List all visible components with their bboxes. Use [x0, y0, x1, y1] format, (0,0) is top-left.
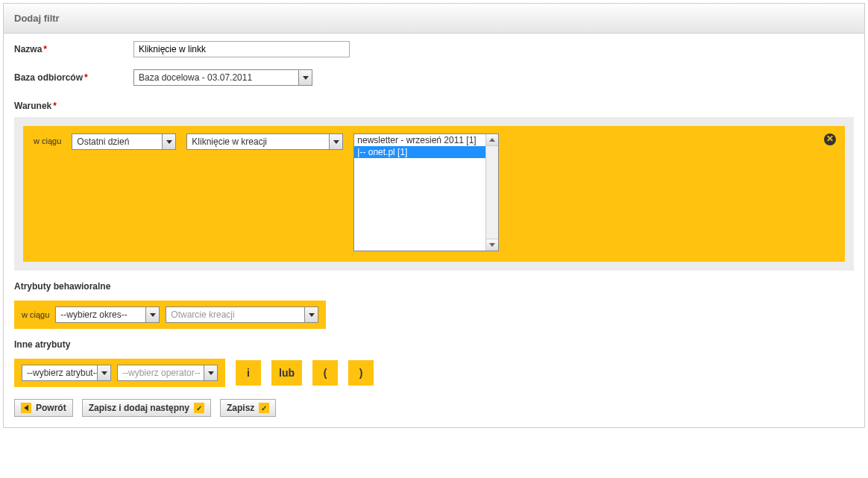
list-item[interactable]: newsletter - wrzesień 2011 [1]: [354, 134, 485, 146]
chevron-down-icon: [97, 365, 110, 380]
base-select-value: Baza docelowa - 03.07.2011: [134, 70, 298, 85]
label-name-text: Nazwa: [14, 44, 42, 54]
chevron-down-icon: [162, 134, 175, 149]
chevron-down-icon: [329, 134, 342, 149]
label-condition-text: Warunek: [14, 101, 51, 111]
scroll-down-icon[interactable]: [486, 239, 498, 251]
base-select[interactable]: Baza docelowa - 03.07.2011: [133, 69, 312, 86]
operator-select[interactable]: --wybierz operator--: [117, 365, 218, 381]
in-range-label: w ciągu: [34, 133, 61, 145]
listbox-items: newsletter - wrzesień 2011 [1] |-- onet.…: [354, 134, 485, 251]
panel-title: Dodaj filtr: [4, 4, 864, 34]
list-item[interactable]: |-- onet.pl [1]: [354, 146, 485, 158]
required-mark: *: [53, 101, 57, 111]
required-mark: *: [43, 44, 47, 54]
attribute-select[interactable]: --wybierz atrybut--: [22, 365, 111, 381]
behavioral-period-value: --wybierz okres--: [56, 307, 145, 322]
panel-body: Nazwa* Baza odbiorców* Baza docelowa - 0…: [4, 34, 864, 427]
behavioral-period-select[interactable]: --wybierz okres--: [55, 306, 160, 323]
chevron-down-icon: [298, 70, 312, 85]
condition-container: w ciągu Ostatni dzień Kliknięcie w kreac…: [14, 117, 854, 271]
row-name: Nazwa*: [4, 34, 864, 62]
in-range-label: w ciągu: [22, 310, 49, 319]
attribute-select-value: --wybierz atrybut--: [22, 365, 97, 380]
label-other: Inne atrybuty: [4, 329, 864, 354]
label-name: Nazwa*: [14, 44, 133, 54]
behavioral-block: w ciągu --wybierz okres-- Otwarcie kreac…: [14, 301, 326, 329]
chevron-down-icon: [145, 307, 159, 322]
other-selects: --wybierz atrybut-- --wybierz operator--: [14, 359, 225, 387]
save-label: Zapisz: [227, 403, 254, 413]
filter-panel: Dodaj filtr Nazwa* Baza odbiorców* Baza …: [3, 3, 865, 428]
or-button[interactable]: lub: [271, 360, 302, 386]
and-button[interactable]: i: [236, 360, 261, 386]
period-select-value: Ostatni dzień: [72, 134, 162, 149]
label-behavioral: Atrybuty behawioralne: [4, 271, 864, 296]
creation-listbox[interactable]: newsletter - wrzesień 2011 [1] |-- onet.…: [353, 133, 499, 251]
paren-open-button[interactable]: (: [312, 360, 338, 386]
scroll-up-icon[interactable]: [486, 134, 498, 146]
chevron-down-icon: [304, 307, 318, 322]
required-mark: *: [84, 72, 88, 83]
footer-actions: Powrót Zapisz i dodaj następny ✓ Zapisz …: [4, 387, 864, 417]
chevron-down-icon: [204, 365, 217, 380]
label-base: Baza odbiorców*: [14, 72, 133, 83]
save-button[interactable]: Zapisz ✓: [220, 399, 276, 417]
label-condition: Warunek*: [4, 90, 864, 116]
period-select[interactable]: Ostatni dzień: [72, 133, 176, 150]
row-base: Baza odbiorców* Baza docelowa - 03.07.20…: [4, 62, 864, 90]
behavioral-action-value: Otwarcie kreacji: [166, 307, 304, 322]
arrow-left-icon: [21, 403, 31, 413]
back-button-label: Powrót: [36, 403, 66, 413]
behavioral-action-select[interactable]: Otwarcie kreacji: [166, 306, 318, 323]
save-next-label: Zapisz i dodaj następny: [89, 403, 189, 413]
save-and-next-button[interactable]: Zapisz i dodaj następny ✓: [82, 399, 211, 417]
operator-select-value: --wybierz operator--: [118, 365, 204, 380]
condition-block: w ciągu Ostatni dzień Kliknięcie w kreac…: [23, 126, 845, 262]
behavioral-row: w ciągu --wybierz okres-- Otwarcie kreac…: [4, 296, 864, 329]
scrollbar[interactable]: [485, 134, 498, 251]
check-icon: ✓: [259, 403, 269, 413]
name-input[interactable]: [133, 41, 350, 57]
paren-close-button[interactable]: ): [348, 360, 374, 386]
remove-condition-button[interactable]: ✕: [824, 133, 836, 145]
back-button[interactable]: Powrót: [14, 399, 73, 417]
check-icon: ✓: [194, 403, 204, 413]
label-base-text: Baza odbiorców: [14, 72, 83, 83]
action-select[interactable]: Kliknięcie w kreacji: [186, 133, 343, 150]
action-select-value: Kliknięcie w kreacji: [187, 134, 329, 149]
other-row: --wybierz atrybut-- --wybierz operator--…: [4, 354, 864, 387]
